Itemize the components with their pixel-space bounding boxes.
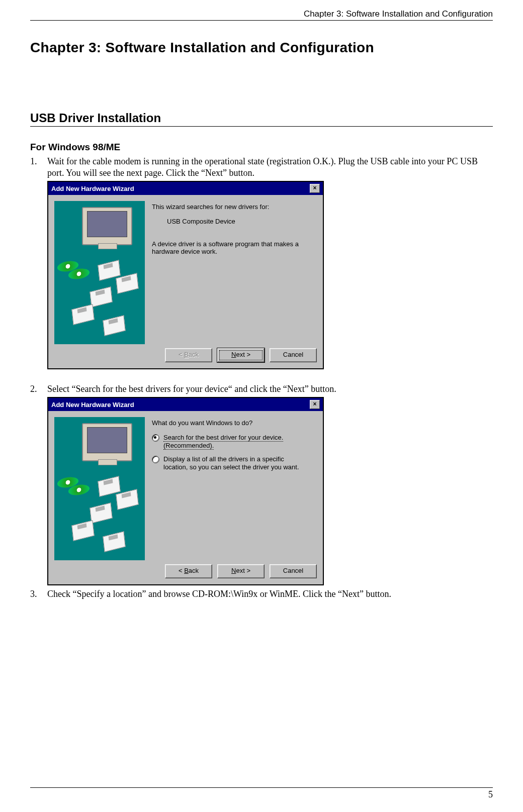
dialog-title: Add New Hardware Wizard [51, 401, 134, 409]
wizard-dialog-2: Add New Hardware Wizard × What do you wa… [47, 397, 324, 585]
close-icon[interactable]: × [310, 400, 320, 409]
dialog-title: Add New Hardware Wizard [51, 185, 134, 192]
step-number: 2. [30, 383, 47, 395]
close-icon[interactable]: × [310, 184, 320, 193]
section-title: USB Driver Installation [30, 111, 493, 127]
radio-option-search[interactable]: Search for the best driver for your devi… [152, 434, 313, 450]
wizard-prompt: What do you want Windows to do? [152, 419, 313, 427]
step-text: Select “Search for the best drivers for … [47, 383, 493, 395]
back-button: < Back [165, 348, 212, 362]
back-button[interactable]: < Back [165, 564, 212, 578]
wizard-dialog-1: Add New Hardware Wizard × This wizard se… [47, 181, 324, 369]
titlebar: Add New Hardware Wizard × [48, 398, 323, 411]
monitor-icon [82, 423, 132, 461]
device-name: USB Composite Device [152, 218, 313, 225]
step-1: 1. Wait for the cable modem is running i… [30, 156, 493, 179]
wizard-sidebar-art [54, 201, 145, 344]
floppy-icon [71, 520, 94, 541]
titlebar: Add New Hardware Wizard × [48, 182, 323, 195]
radio-label: Search for the best driver for your devi… [163, 434, 309, 450]
running-header: Chapter 3: Software Installation and Con… [30, 9, 493, 21]
step-number: 3. [30, 588, 47, 600]
dialog-content: What do you want Windows to do? Search f… [150, 411, 323, 560]
step-3: 3. Check “Specify a location” and browse… [30, 588, 493, 600]
next-button[interactable]: Next > [217, 564, 265, 578]
wizard-text: A device driver is a software program th… [152, 240, 313, 255]
wizard-sidebar-art [54, 417, 145, 560]
floppy-icon [116, 273, 138, 294]
radio-option-display-list[interactable]: Display a list of all the drivers in a s… [152, 455, 313, 472]
floppy-icon [90, 502, 112, 524]
page-number: 5 [30, 787, 493, 800]
floppy-icon [103, 315, 125, 336]
floppy-icon [116, 489, 138, 510]
step-text: Check “Specify a location” and browse CD… [47, 588, 493, 600]
dialog-content: This wizard searches for new drivers for… [150, 195, 323, 344]
step-number: 1. [30, 156, 47, 179]
floppy-icon [103, 531, 125, 552]
next-button[interactable]: Next > [217, 348, 265, 362]
monitor-icon [82, 207, 132, 245]
radio-icon[interactable] [152, 456, 159, 463]
step-2: 2. Select “Search for the best drivers f… [30, 383, 493, 395]
subsection-title: For Windows 98/ME [30, 142, 493, 153]
floppy-icon [90, 286, 112, 308]
radio-label: Display a list of all the drivers in a s… [163, 455, 309, 472]
cancel-button[interactable]: Cancel [270, 348, 317, 362]
button-row: < Back Next > Cancel [48, 560, 323, 584]
radio-icon[interactable] [152, 434, 159, 442]
cancel-button[interactable]: Cancel [270, 564, 317, 578]
chapter-title: Chapter 3: Software Installation and Con… [30, 40, 493, 56]
step-text: Wait for the cable modem is running in t… [47, 156, 493, 179]
document-page: Chapter 3: Software Installation and Con… [0, 0, 523, 812]
wizard-text: This wizard searches for new drivers for… [152, 203, 313, 211]
button-row: < Back Next > Cancel [48, 344, 323, 368]
floppy-icon [71, 304, 94, 325]
